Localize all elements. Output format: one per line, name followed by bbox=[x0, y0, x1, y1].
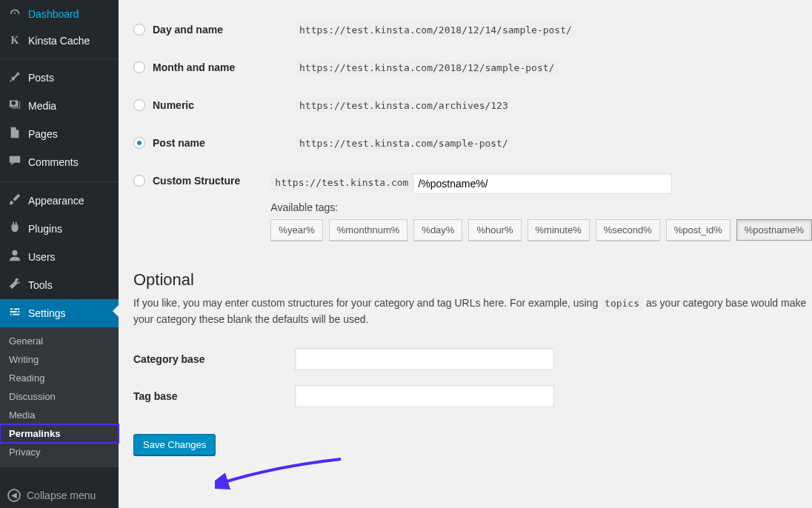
permalink-sample: https://test.kinsta.com/archives/123 bbox=[295, 98, 513, 113]
permalink-option-month-and-name: Month and name https://test.kinsta.com/2… bbox=[133, 50, 812, 87]
tag-hour[interactable]: %hour% bbox=[468, 219, 521, 241]
page-icon bbox=[7, 126, 22, 142]
pin-icon bbox=[7, 70, 22, 86]
sidebar-item-posts[interactable]: Posts bbox=[0, 64, 119, 92]
tag-second[interactable]: %second% bbox=[596, 219, 660, 241]
submenu-item-writing[interactable]: Writing bbox=[0, 350, 119, 369]
sidebar-label: Users bbox=[28, 250, 56, 264]
sidebar-label: Settings bbox=[28, 307, 66, 320]
sidebar-separator bbox=[0, 56, 119, 59]
tag-day[interactable]: %day% bbox=[413, 219, 462, 241]
optional-description: If you like, you may enter custom struct… bbox=[133, 295, 812, 327]
sidebar-item-appearance[interactable]: Appearance bbox=[0, 187, 119, 215]
sidebar-label: Appearance bbox=[28, 194, 84, 207]
comment-icon bbox=[7, 154, 22, 170]
tag-postname[interactable]: %postname% bbox=[736, 219, 812, 241]
sidebar-label: Pages bbox=[28, 127, 58, 141]
annotation-arrow bbox=[215, 452, 348, 496]
sidebar-item-dashboard[interactable]: Dashboard bbox=[0, 0, 119, 28]
sidebar-label: Tools bbox=[28, 278, 53, 292]
sidebar-item-pages[interactable]: Pages bbox=[0, 120, 119, 148]
submenu-item-media[interactable]: Media bbox=[0, 406, 119, 424]
permalink-sample: https://test.kinsta.com/2018/12/14/sampl… bbox=[295, 22, 576, 38]
example-code: topics bbox=[601, 295, 643, 312]
permalink-option-day-and-name: Day and name https://test.kinsta.com/201… bbox=[133, 12, 812, 50]
radio-month-and-name[interactable] bbox=[133, 61, 145, 73]
brush-icon bbox=[7, 193, 22, 209]
submenu-item-discussion[interactable]: Discussion bbox=[0, 387, 119, 406]
optional-heading: Optional bbox=[133, 270, 812, 290]
sidebar-item-comments[interactable]: Comments bbox=[0, 148, 119, 176]
svg-point-0 bbox=[12, 101, 16, 105]
custom-prefix: https://test.kinsta.com bbox=[270, 173, 413, 192]
category-base-row: Category base bbox=[133, 335, 812, 372]
custom-structure-input[interactable] bbox=[413, 173, 672, 194]
tag-base-label: Tag base bbox=[133, 390, 295, 402]
option-label: Numeric bbox=[153, 99, 194, 111]
collapse-icon: ◀ bbox=[7, 489, 21, 502]
main-content: Day and name https://test.kinsta.com/201… bbox=[119, 0, 812, 508]
sidebar-item-users[interactable]: Users bbox=[0, 243, 119, 271]
tag-monthnum[interactable]: %monthnum% bbox=[329, 219, 408, 241]
sidebar-item-settings[interactable]: Settings bbox=[0, 299, 119, 327]
tag-year[interactable]: %year% bbox=[270, 219, 322, 241]
permalink-sample: https://test.kinsta.com/sample-post/ bbox=[295, 136, 513, 151]
sidebar-item-tools[interactable]: Tools bbox=[0, 271, 119, 299]
sidebar-item-media[interactable]: Media bbox=[0, 92, 119, 120]
plug-icon bbox=[7, 221, 22, 237]
settings-submenu: General Writing Reading Discussion Media… bbox=[0, 327, 119, 467]
permalink-option-numeric: Numeric https://test.kinsta.com/archives… bbox=[133, 87, 812, 125]
available-tags-label: Available tags: bbox=[270, 201, 812, 213]
option-label: Custom Structure bbox=[153, 175, 240, 187]
option-label: Post name bbox=[153, 137, 205, 149]
media-icon bbox=[7, 98, 22, 114]
option-label: Month and name bbox=[153, 61, 235, 73]
category-base-input[interactable] bbox=[295, 348, 554, 370]
radio-custom[interactable] bbox=[133, 175, 145, 187]
submenu-item-general[interactable]: General bbox=[0, 332, 119, 350]
permalink-option-post-name: Post name https://test.kinsta.com/sample… bbox=[133, 125, 812, 163]
submenu-item-permalinks[interactable]: Permalinks bbox=[0, 424, 119, 443]
available-tags: %year% %monthnum% %day% %hour% %minute% … bbox=[270, 219, 812, 241]
tag-minute[interactable]: %minute% bbox=[528, 219, 590, 241]
admin-sidebar: Dashboard K Kinsta Cache Posts Media Pag… bbox=[0, 0, 119, 508]
user-icon bbox=[7, 249, 22, 265]
tag-post-id[interactable]: %post_id% bbox=[666, 219, 731, 241]
save-changes-button[interactable]: Save Changes bbox=[133, 434, 216, 455]
sidebar-label: Media bbox=[28, 99, 56, 113]
permalink-sample: https://test.kinsta.com/2018/12/sample-p… bbox=[295, 60, 559, 76]
radio-numeric[interactable] bbox=[133, 99, 145, 111]
permalink-option-custom: Custom Structure https://test.kinsta.com… bbox=[133, 163, 812, 253]
category-base-label: Category base bbox=[133, 353, 295, 365]
wrench-icon bbox=[7, 277, 22, 293]
sliders-icon bbox=[7, 305, 22, 321]
collapse-menu-button[interactable]: ◀ Collapse menu bbox=[0, 483, 119, 508]
tag-base-input[interactable] bbox=[295, 385, 554, 407]
sidebar-item-kinsta-cache[interactable]: K Kinsta Cache bbox=[0, 28, 119, 53]
sidebar-label: Dashboard bbox=[28, 7, 79, 21]
sidebar-item-plugins[interactable]: Plugins bbox=[0, 215, 119, 243]
dashboard-icon bbox=[7, 6, 22, 22]
collapse-label: Collapse menu bbox=[27, 489, 96, 501]
sidebar-label: Kinsta Cache bbox=[28, 34, 90, 47]
radio-post-name[interactable] bbox=[133, 137, 145, 149]
svg-point-1 bbox=[12, 250, 17, 255]
sidebar-label: Comments bbox=[28, 156, 79, 169]
sidebar-label: Posts bbox=[28, 71, 54, 84]
submenu-item-reading[interactable]: Reading bbox=[0, 369, 119, 387]
radio-day-and-name[interactable] bbox=[133, 24, 145, 36]
option-label: Day and name bbox=[153, 24, 223, 36]
sidebar-separator bbox=[0, 178, 119, 182]
submenu-item-privacy[interactable]: Privacy bbox=[0, 443, 119, 461]
sidebar-label: Plugins bbox=[28, 222, 62, 235]
kinsta-icon: K bbox=[7, 34, 22, 47]
tag-base-row: Tag base bbox=[133, 372, 812, 409]
